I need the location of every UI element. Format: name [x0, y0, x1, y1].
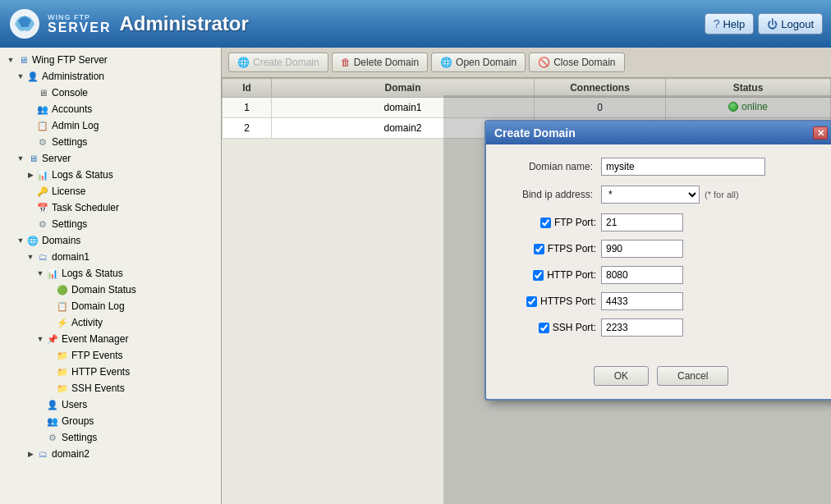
ok-button[interactable]: OK — [594, 366, 649, 386]
sidebar-item-settings-admin[interactable]: ⚙ Settings — [0, 134, 221, 150]
logout-icon: ⏻ — [767, 18, 778, 30]
expand-icon: ▶ — [26, 171, 34, 179]
http-port-input[interactable] — [601, 266, 683, 284]
open-domain-icon: 🌐 — [440, 57, 452, 68]
create-domain-icon: 🌐 — [237, 57, 250, 68]
sidebar-label-domain-status: Domain Status — [71, 284, 136, 296]
sidebar-label-domain1: domain1 — [52, 251, 90, 263]
http-port-row: HTTP Port: — [503, 266, 820, 284]
sidebar-item-settings-server[interactable]: ⚙ Settings — [0, 216, 221, 232]
sidebar-item-console[interactable]: 🖥 Console — [0, 85, 221, 101]
close-domain-button[interactable]: 🚫 Close Domain — [529, 53, 624, 72]
sidebar-label-administration: Administration — [42, 71, 104, 82]
help-button[interactable]: ? Help — [705, 13, 755, 34]
header: WING FTP SERVER Administrator ? Help ⏻ L… — [0, 0, 831, 48]
close-domain-icon: 🚫 — [538, 57, 550, 68]
admin-icon: 👤 — [26, 70, 39, 83]
https-port-row: HTTPS Port: — [503, 292, 820, 310]
sidebar-label-settings-domain: Settings — [62, 432, 97, 443]
sidebar-item-activity[interactable]: ⚡ Activity — [0, 314, 221, 331]
sidebar-label-users: Users — [62, 399, 87, 410]
col-id: Id — [223, 79, 272, 98]
sidebar-item-domain-log[interactable]: 📋 Domain Log — [0, 298, 221, 314]
ftps-port-checkbox[interactable] — [534, 244, 544, 254]
task-icon: 📅 — [36, 201, 49, 214]
http-events-icon: 📁 — [56, 365, 69, 378]
sidebar-item-wing-ftp-server[interactable]: ▼ 🖥 Wing FTP Server — [0, 52, 221, 68]
sidebar-item-server[interactable]: ▼ 🖥 Server — [0, 150, 221, 167]
modal-body: Domian name: Bind ip address: * (* for a… — [486, 144, 831, 358]
sidebar-item-logs-status-domain[interactable]: ▼ 📊 Logs & Status — [0, 265, 221, 282]
cell-id: 2 — [223, 118, 272, 139]
sidebar-label-ftp-events: FTP Events — [71, 350, 122, 361]
ssh-events-icon: 📁 — [56, 382, 69, 395]
ftps-port-input[interactable] — [601, 240, 683, 258]
expand-icon: ▼ — [36, 269, 44, 277]
bind-ip-select[interactable]: * — [601, 186, 700, 204]
sidebar-label-activity: Activity — [71, 317, 103, 328]
ftp-port-checkbox[interactable] — [540, 218, 551, 228]
expand-icon: ▶ — [26, 450, 34, 458]
delete-domain-icon: 🗑 — [341, 57, 351, 68]
sidebar-item-domain1[interactable]: ▼ 🗂 domain1 — [0, 249, 221, 265]
sidebar-item-license[interactable]: 🔑 License — [0, 183, 221, 199]
open-domain-button[interactable]: 🌐 Open Domain — [431, 53, 526, 72]
http-port-label: HTTP Port: — [547, 269, 596, 281]
sidebar-item-domain2[interactable]: ▶ 🗂 domain2 — [0, 446, 221, 462]
license-icon: 🔑 — [36, 185, 49, 198]
sidebar-item-groups[interactable]: 👥 Groups — [0, 413, 221, 429]
sidebar-item-administration[interactable]: ▼ 👤 Administration — [0, 68, 221, 85]
sidebar-label-http-events: HTTP Events — [71, 366, 130, 378]
modal-close-button[interactable]: ✕ — [813, 126, 828, 140]
sidebar-item-domain-status[interactable]: 🟢 Domain Status — [0, 282, 221, 298]
sidebar-label-logs-status-domain: Logs & Status — [62, 268, 123, 279]
sidebar-item-domains[interactable]: ▼ 🌐 Domains — [0, 232, 221, 249]
logout-button[interactable]: ⏻ Logout — [758, 13, 823, 34]
sidebar-item-accounts[interactable]: 👥 Accounts — [0, 101, 221, 117]
help-icon: ? — [714, 17, 720, 30]
https-port-input[interactable] — [601, 292, 683, 310]
modal-footer: OK Cancel — [486, 358, 831, 399]
sidebar-item-task-scheduler[interactable]: 📅 Task Scheduler — [0, 199, 221, 216]
sidebar-label-license: License — [52, 186, 85, 197]
ssh-port-input[interactable] — [601, 318, 683, 337]
ssh-port-checkbox[interactable] — [539, 323, 549, 333]
logo-sub: SERVER — [48, 21, 112, 34]
https-port-checkbox[interactable] — [526, 296, 537, 307]
sidebar-item-users[interactable]: 👤 Users — [0, 396, 221, 413]
bind-ip-label: Bind ip address: — [503, 189, 601, 200]
console-icon: 🖥 — [36, 86, 49, 99]
delete-domain-button[interactable]: 🗑 Delete Domain — [332, 53, 428, 72]
sidebar-item-logs-status-server[interactable]: ▶ 📊 Logs & Status — [0, 167, 221, 183]
sidebar-item-admin-log[interactable]: 📋 Admin Log — [0, 117, 221, 134]
sidebar-label-logs-status: Logs & Status — [52, 169, 113, 181]
sidebar-item-event-manager[interactable]: ▼ 📌 Event Manager — [0, 331, 221, 347]
sidebar-label-task-scheduler: Task Scheduler — [52, 202, 119, 213]
domain-log-icon: 📋 — [56, 300, 69, 313]
create-domain-button[interactable]: 🌐 Create Domain — [228, 53, 328, 72]
sidebar: ▼ 🖥 Wing FTP Server ▼ 👤 Administration 🖥… — [0, 48, 222, 504]
server-sub-icon: 🖥 — [26, 152, 39, 165]
groups-icon: 👥 — [46, 415, 59, 428]
settings-admin-icon: ⚙ — [36, 135, 49, 149]
domain-status-icon: 🟢 — [56, 283, 69, 296]
settings-domain-icon: ⚙ — [46, 431, 59, 444]
domain-name-input[interactable] — [601, 158, 765, 176]
bind-ip-row: Bind ip address: * (* for all) — [503, 186, 820, 204]
ftp-port-label: FTP Port: — [554, 217, 596, 228]
sidebar-item-ssh-events[interactable]: 📁 SSH Events — [0, 380, 221, 396]
sidebar-item-settings-domain[interactable]: ⚙ Settings — [0, 429, 221, 446]
expand-icon: ▼ — [16, 72, 25, 80]
server-icon: 🖥 — [16, 53, 30, 66]
bind-ip-controls: * (* for all) — [601, 186, 739, 204]
sidebar-label-server: Server — [42, 153, 71, 164]
sidebar-item-http-events[interactable]: 📁 HTTP Events — [0, 364, 221, 380]
sidebar-item-ftp-events[interactable]: 📁 FTP Events — [0, 347, 221, 364]
http-port-checkbox[interactable] — [533, 270, 544, 281]
event-manager-icon: 📌 — [46, 332, 59, 346]
sidebar-label-console: Console — [52, 87, 88, 99]
sidebar-label-ssh-events: SSH Events — [71, 383, 125, 394]
domain-name-label: Domian name: — [503, 161, 601, 172]
ftp-port-input[interactable] — [601, 213, 683, 231]
cancel-button[interactable]: Cancel — [657, 366, 728, 386]
